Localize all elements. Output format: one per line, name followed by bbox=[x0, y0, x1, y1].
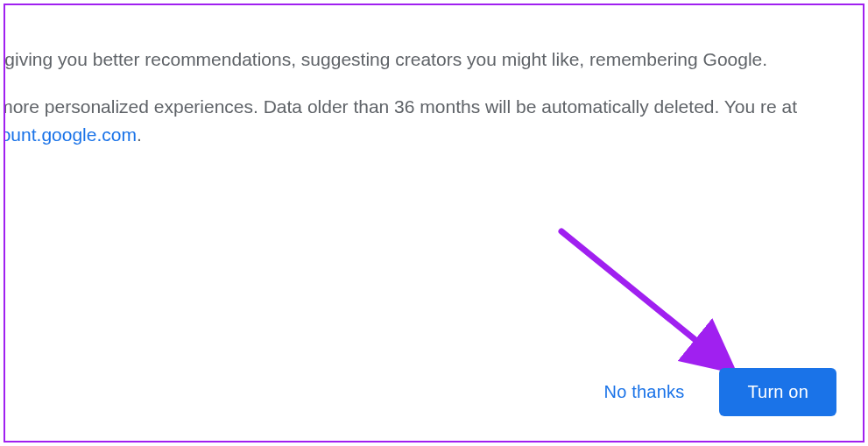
body-paragraph-1: like giving you better recommendations, … bbox=[4, 46, 838, 74]
turn-on-button[interactable]: Turn on bbox=[719, 368, 836, 416]
body-paragraph-2-suffix: . bbox=[137, 124, 142, 145]
account-link[interactable]: account.google.com bbox=[4, 124, 137, 145]
no-thanks-button[interactable]: No thanks bbox=[587, 372, 702, 413]
body-paragraph-2: ou more personalized experiences. Data o… bbox=[4, 93, 838, 149]
dialog-actions: No thanks Turn on bbox=[587, 368, 836, 416]
svg-line-1 bbox=[561, 231, 723, 363]
body-paragraph-2-prefix: ou more personalized experiences. Data o… bbox=[4, 96, 797, 117]
dialog-body: like giving you better recommendations, … bbox=[4, 46, 838, 168]
dialog-frame: like giving you better recommendations, … bbox=[4, 4, 864, 442]
